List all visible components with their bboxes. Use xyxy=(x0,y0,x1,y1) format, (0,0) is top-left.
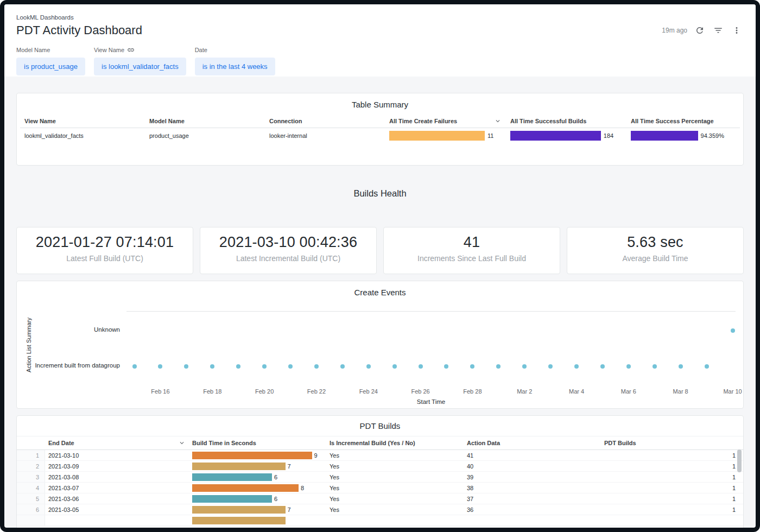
table-bar-cell-all-time-successful-builds[interactable]: 184 xyxy=(506,128,626,143)
bar-value-label: 6 xyxy=(274,474,277,480)
scatter-point[interactable] xyxy=(184,364,188,369)
x-tick-label: Mar 8 xyxy=(673,388,688,395)
cell-pdt-builds[interactable]: 1 xyxy=(601,506,743,513)
chevron-down-icon xyxy=(494,117,502,125)
x-tick-label: Feb 28 xyxy=(463,388,482,395)
scatter-point[interactable] xyxy=(679,364,683,369)
cell-build-time[interactable]: 9 xyxy=(189,452,326,459)
filter-value-chip[interactable]: is lookml_validator_facts xyxy=(94,58,186,75)
scatter-point[interactable] xyxy=(158,364,162,369)
cell-pdt-builds[interactable]: 1 xyxy=(601,485,743,491)
table-bar-cell-all-time-success-percentage[interactable]: 94.359% xyxy=(626,128,740,143)
column-header[interactable]: View Name xyxy=(20,115,145,128)
scatter-point[interactable] xyxy=(496,364,501,369)
refresh-button[interactable] xyxy=(693,23,707,37)
cell-end-date[interactable]: 2021-03-05 xyxy=(45,506,189,513)
scatter-point[interactable] xyxy=(419,364,423,369)
cell-is-incremental[interactable]: Yes xyxy=(326,496,464,502)
column-header[interactable]: PDT Builds xyxy=(601,437,743,449)
scatter-point[interactable] xyxy=(366,364,371,369)
cell-is-incremental[interactable]: Yes xyxy=(326,506,464,513)
scatter-point[interactable] xyxy=(600,364,605,369)
scatter-point[interactable] xyxy=(288,364,293,369)
cell-pdt-builds[interactable]: 1 xyxy=(601,452,743,459)
cell-is-incremental[interactable]: Yes xyxy=(326,474,464,480)
scatter-point[interactable] xyxy=(444,364,448,369)
cell-build-time[interactable]: 8 xyxy=(189,484,326,492)
scatter-point[interactable] xyxy=(132,364,137,369)
scatter-point[interactable] xyxy=(210,364,214,369)
scatter-point[interactable] xyxy=(392,364,397,369)
column-header[interactable]: Connection xyxy=(265,115,385,128)
build-time-bar xyxy=(192,495,272,503)
cell-pdt-builds[interactable]: 1 xyxy=(601,496,743,502)
kpi-label: Average Build Time xyxy=(567,254,743,263)
filter-value-chip[interactable]: is product_usage xyxy=(16,58,85,75)
table-bar-cell-all-time-create-failures[interactable]: 11 xyxy=(385,128,506,143)
table-scrollbar[interactable] xyxy=(737,449,742,528)
cell-is-incremental[interactable]: Yes xyxy=(326,463,464,470)
cell-end-date[interactable]: 2021-03-09 xyxy=(45,463,189,470)
cell-is-incremental[interactable]: Yes xyxy=(326,452,464,459)
dashboard-content: Table Summary View NameModel NameConnect… xyxy=(4,93,756,528)
cell-build-time[interactable]: 7 xyxy=(189,506,326,514)
column-header[interactable]: End Date xyxy=(45,436,189,449)
table-cell-model-name: product_usage xyxy=(145,128,265,143)
cell-end-date[interactable]: 2021-03-06 xyxy=(45,496,189,502)
kpi-value: 2021-01-27 07:14:01 xyxy=(17,234,193,251)
kpi-label: Increments Since Last Full Build xyxy=(384,254,560,263)
scatter-point[interactable] xyxy=(340,364,345,369)
chevron-down-icon xyxy=(178,439,186,447)
cell-action-data[interactable]: 37 xyxy=(464,496,601,502)
filter-toggle-button[interactable] xyxy=(711,23,725,37)
cell-build-time[interactable]: 6 xyxy=(189,473,326,481)
scatter-point[interactable] xyxy=(731,328,735,333)
filter-value-chip[interactable]: is in the last 4 weeks xyxy=(195,58,275,75)
cell-action-data[interactable]: 40 xyxy=(464,463,601,470)
scatter-point[interactable] xyxy=(653,364,657,369)
bar-value-label: 94.359% xyxy=(701,132,724,139)
x-tick-label: Feb 20 xyxy=(255,388,274,395)
scatter-point[interactable] xyxy=(705,364,709,369)
scatter-point[interactable] xyxy=(262,364,267,369)
y-category-label: Increment built from datagroup xyxy=(17,362,120,369)
column-header[interactable]: Action Data xyxy=(464,437,601,449)
cell-pdt-builds[interactable]: 1 xyxy=(601,463,743,470)
build-time-bar xyxy=(192,463,286,470)
dashboard-menu-button[interactable] xyxy=(730,23,744,37)
column-header-label: All Time Create Failures xyxy=(389,118,457,124)
scatter-point[interactable] xyxy=(522,364,527,369)
value-bar xyxy=(631,131,698,141)
title-row: PDT Activity Dashboard 19m ago xyxy=(16,23,744,37)
scatter-point[interactable] xyxy=(236,364,240,369)
column-header[interactable]: All Time Create Failures xyxy=(385,115,506,128)
table-row: 22021-03-097Yes401 xyxy=(17,461,743,472)
cell-build-time[interactable] xyxy=(189,517,326,524)
column-header[interactable]: All Time Successful Builds xyxy=(506,115,626,128)
cell-build-time[interactable]: 7 xyxy=(189,463,326,470)
breadcrumb[interactable]: LookML Dashboards xyxy=(16,14,744,21)
cell-pdt-builds[interactable]: 1 xyxy=(601,474,743,480)
scrollbar-thumb[interactable] xyxy=(737,449,742,472)
cell-end-date[interactable]: 2021-03-10 xyxy=(45,452,189,459)
x-axis-title: Start Time xyxy=(126,398,736,405)
cell-build-time[interactable]: 6 xyxy=(189,495,326,503)
cell-action-data[interactable]: 36 xyxy=(464,506,601,513)
scatter-point[interactable] xyxy=(470,364,474,369)
cell-action-data[interactable]: 39 xyxy=(464,474,601,480)
column-header[interactable]: Model Name xyxy=(145,115,265,128)
cell-end-date[interactable]: 2021-03-08 xyxy=(45,474,189,480)
column-header[interactable]: Is Incremental Build (Yes / No) xyxy=(326,437,464,449)
scatter-point[interactable] xyxy=(574,364,579,369)
cell-is-incremental[interactable]: Yes xyxy=(326,485,464,491)
column-header[interactable]: All Time Success Percentage xyxy=(626,115,740,128)
scatter-point[interactable] xyxy=(626,364,631,369)
cell-action-data[interactable]: 38 xyxy=(464,485,601,491)
builds-health-title: Builds Health xyxy=(16,188,744,199)
cell-action-data[interactable]: 41 xyxy=(464,452,601,459)
scatter-point[interactable] xyxy=(314,364,319,369)
kpi-tile: 41Increments Since Last Full Build xyxy=(383,227,560,274)
column-header[interactable]: Build Time in Seconds xyxy=(189,437,326,449)
cell-end-date[interactable]: 2021-03-07 xyxy=(45,485,189,491)
scatter-point[interactable] xyxy=(548,364,553,369)
